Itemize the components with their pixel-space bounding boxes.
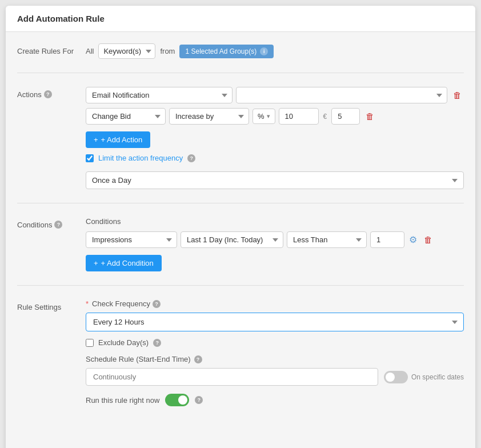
rule-settings-label: Rule Settings xyxy=(17,299,86,406)
schedule-help-icon[interactable]: ? xyxy=(194,355,202,363)
ad-group-badge-label: 1 Selected Ad Group(s) xyxy=(185,47,256,55)
conditions-section: Conditions ? Conditions Impressions Last… xyxy=(17,217,464,286)
conditions-label: Conditions ? xyxy=(17,217,86,271)
add-action-button[interactable]: + + Add Action xyxy=(86,131,150,148)
condition-value-input[interactable] xyxy=(370,231,404,248)
specific-dates-toggle-row: On specific dates xyxy=(384,371,464,383)
limit-freq-help-icon[interactable]: ? xyxy=(187,154,195,162)
page-title: Add Automation Rule xyxy=(17,14,105,23)
change-bid-select[interactable]: Change Bid xyxy=(86,108,166,125)
limit-freq-checkbox[interactable] xyxy=(86,154,94,162)
exclude-days-row: Exclude Day(s) ? xyxy=(86,338,464,347)
check-freq-label: * Check Frequency ? xyxy=(86,299,464,308)
bid-limit-input[interactable] xyxy=(331,108,360,125)
conditions-help-icon[interactable]: ? xyxy=(54,221,62,229)
ad-group-badge[interactable]: 1 Selected Ad Group(s) i xyxy=(179,45,274,58)
exclude-days-help-icon[interactable]: ? xyxy=(153,339,161,347)
action-row-1: Email Notification 🗑 xyxy=(86,87,464,103)
specific-dates-label: On specific dates xyxy=(411,373,464,381)
card-header: Add Automation Rule xyxy=(6,6,475,32)
condition-settings-button[interactable]: ⚙ xyxy=(408,233,418,246)
add-action-label: + Add Action xyxy=(101,135,143,144)
percent-select: % ▾ xyxy=(252,109,275,124)
check-freq-select[interactable]: Every 12 Hours xyxy=(86,313,464,331)
run-rule-toggle[interactable] xyxy=(165,394,189,406)
toggle-slider xyxy=(384,371,408,383)
action-row-2: Change Bid Increase by % ▾ € 🗑 xyxy=(86,108,464,125)
timeframe-select[interactable]: Last 1 Day (Inc. Today) xyxy=(181,231,283,248)
currency-symbol: € xyxy=(322,113,328,121)
main-card: Add Automation Rule Create Rules For All… xyxy=(6,6,475,448)
create-rules-content: All Keyword(s) from 1 Selected Ad Group(… xyxy=(86,43,464,59)
exclude-days-label[interactable]: Exclude Day(s) xyxy=(98,338,149,347)
limit-freq-row: Limit the action frequency ? xyxy=(86,154,464,162)
condition-row-1: Impressions Last 1 Day (Inc. Today) Less… xyxy=(86,231,464,248)
add-condition-icon: + xyxy=(94,259,98,267)
delete-action-2-button[interactable]: 🗑 xyxy=(363,109,376,123)
check-freq-help-icon[interactable]: ? xyxy=(153,300,161,308)
run-rule-label: Run this rule right now xyxy=(86,396,159,405)
rule-settings-content: * Check Frequency ? Every 12 Hours Exclu… xyxy=(86,299,464,406)
add-action-icon: + xyxy=(94,135,98,144)
specific-dates-toggle[interactable] xyxy=(384,371,408,383)
actions-help-icon[interactable]: ? xyxy=(44,90,52,98)
delete-condition-button[interactable]: 🗑 xyxy=(422,233,435,247)
actions-label: Actions ? xyxy=(17,87,86,189)
metric-select[interactable]: Impressions xyxy=(86,231,177,248)
conditions-content: Conditions Impressions Last 1 Day (Inc. … xyxy=(86,217,464,271)
actions-content: Email Notification 🗑 Change Bid Increase… xyxy=(86,87,464,189)
schedule-label: Schedule Rule (Start-End Time) ? xyxy=(86,355,464,363)
create-rules-row: All Keyword(s) from 1 Selected Ad Group(… xyxy=(86,43,464,59)
bid-value-input[interactable] xyxy=(279,108,319,125)
increase-by-select[interactable]: Increase by xyxy=(169,108,249,125)
create-rules-label: Create Rules For xyxy=(17,43,86,59)
frequency-select[interactable]: Once a Day xyxy=(86,171,464,189)
rule-settings-section: Rule Settings * Check Frequency ? Every … xyxy=(17,299,464,420)
exclude-days-checkbox[interactable] xyxy=(86,339,94,347)
actions-section: Actions ? Email Notification 🗑 xyxy=(17,87,464,203)
run-rule-row: Run this rule right now ? xyxy=(86,394,464,406)
badge-info-icon[interactable]: i xyxy=(260,47,268,55)
schedule-input[interactable] xyxy=(86,368,378,386)
add-condition-button[interactable]: + + Add Condition xyxy=(86,255,162,271)
run-rule-slider xyxy=(165,394,189,406)
delete-action-1-button[interactable]: 🗑 xyxy=(451,88,464,102)
required-star: * xyxy=(86,299,89,308)
operator-select[interactable]: Less Than xyxy=(287,231,367,248)
keyword-select[interactable]: Keyword(s) xyxy=(98,43,155,59)
limit-freq-label[interactable]: Limit the action frequency xyxy=(98,154,183,162)
email-recipient-select[interactable] xyxy=(236,87,447,103)
email-notification-select[interactable]: Email Notification xyxy=(86,87,233,103)
schedule-row: On specific dates xyxy=(86,368,464,386)
run-rule-help-icon[interactable]: ? xyxy=(195,396,203,404)
add-condition-label: + Add Condition xyxy=(101,259,154,267)
create-rules-section: Create Rules For All Keyword(s) from 1 S… xyxy=(17,43,464,73)
all-label: All xyxy=(86,47,94,55)
from-label: from xyxy=(160,47,175,55)
conditions-title: Conditions xyxy=(86,217,464,226)
